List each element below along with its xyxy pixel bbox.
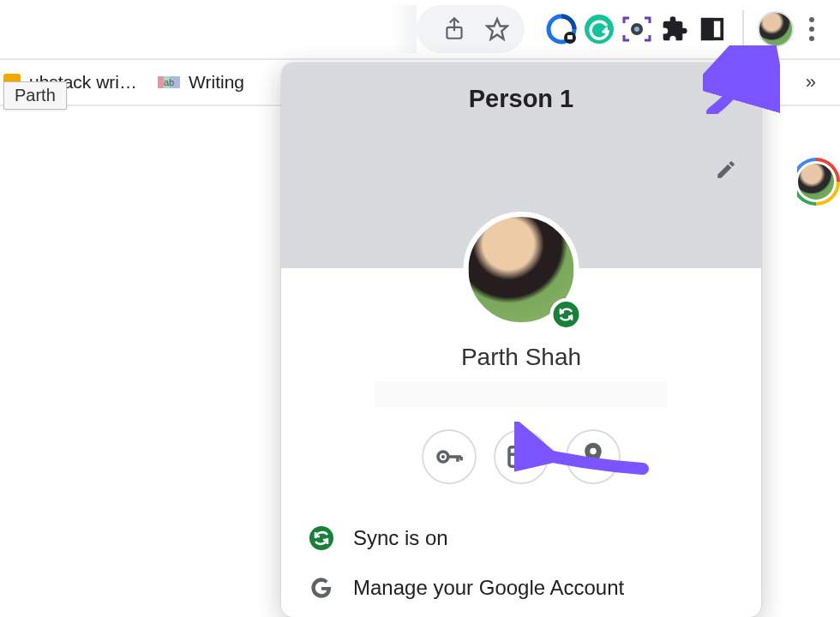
sync-icon <box>309 525 334 551</box>
manage-account-item[interactable]: Manage your Google Account <box>281 563 761 613</box>
svg-rect-12 <box>509 447 533 466</box>
tab-square-icon[interactable] <box>696 13 729 45</box>
profile-main-avatar <box>464 212 579 327</box>
profile-avatar-button[interactable] <box>758 11 794 47</box>
passwords-shortcut[interactable] <box>422 429 477 484</box>
chrome-menu-button[interactable] <box>799 17 825 41</box>
sync-badge-icon <box>550 298 583 331</box>
bookmark-label: Writing <box>189 72 244 93</box>
svg-point-14 <box>309 526 333 550</box>
manage-account-label: Manage your Google Account <box>353 576 624 600</box>
profile-menu-list: Sync is on Manage your Google Account <box>281 513 761 613</box>
svg-rect-4 <box>567 35 573 39</box>
screenshot-icon[interactable] <box>621 13 653 45</box>
bookmark-writing[interactable]: ab Writing <box>158 72 244 93</box>
edit-profile-button[interactable] <box>715 159 737 184</box>
bookmarks-overflow[interactable]: » <box>806 71 816 93</box>
svg-rect-9 <box>703 20 712 39</box>
sync-status-item[interactable]: Sync is on <box>281 513 761 563</box>
share-icon[interactable] <box>442 17 466 41</box>
avatar-image <box>795 161 837 202</box>
sync-status-label: Sync is on <box>353 526 448 550</box>
avatar-tooltip: Parth <box>3 81 67 110</box>
profile-shortcuts <box>281 429 761 484</box>
google-g-icon <box>309 575 334 601</box>
profile-user-name: Parth Shah <box>281 344 761 371</box>
star-icon[interactable] <box>485 17 509 41</box>
profile-email-redacted <box>375 381 667 407</box>
payment-methods-shortcut[interactable] <box>494 429 549 484</box>
bookmark-favicon: ab <box>158 76 180 88</box>
extensions-puzzle-icon[interactable] <box>658 13 691 45</box>
grammarly-icon[interactable] <box>583 13 615 45</box>
svg-point-11 <box>441 455 445 458</box>
browser-toolbar <box>0 0 840 60</box>
tooltip-text: Parth <box>15 86 56 105</box>
profile-menu-popup: Person 1 Parth Shah Sync is on <box>281 63 761 617</box>
svg-marker-1 <box>487 19 507 39</box>
google-account-avatar[interactable] <box>792 158 840 206</box>
toolbar-separator <box>742 10 744 48</box>
svg-point-7 <box>634 27 639 32</box>
profile-title: Person 1 <box>469 85 574 113</box>
omnibox-actions <box>417 5 525 53</box>
norton-icon[interactable] <box>545 13 578 45</box>
addresses-shortcut[interactable] <box>566 429 621 484</box>
